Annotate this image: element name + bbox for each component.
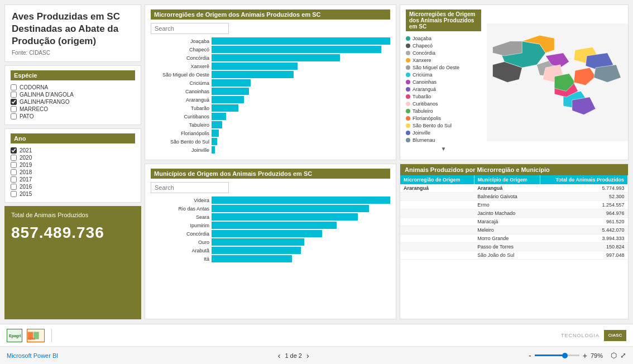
table-row[interactable]: Morro Grande3.994.333 <box>400 234 628 243</box>
bar-row[interactable]: Seara <box>151 213 390 221</box>
share-icon[interactable]: ⬡ <box>611 351 617 360</box>
table-row[interactable]: Meleiro5.442.070 <box>400 226 628 234</box>
checkbox-2019[interactable] <box>11 162 17 168</box>
checkbox-codorna[interactable] <box>11 84 17 90</box>
table-row[interactable]: Passo de Torres150.824 <box>400 243 628 251</box>
checkbox-2018[interactable] <box>11 169 17 175</box>
prev-page-button[interactable]: ‹ <box>278 351 281 360</box>
label-pato: PATO <box>20 113 34 119</box>
next-page-button[interactable]: › <box>306 351 309 360</box>
legend-item[interactable]: Blumenau <box>406 136 481 143</box>
bar-row[interactable]: Canoinhas <box>151 88 390 95</box>
legend-item[interactable]: Concórdia <box>406 49 481 56</box>
bar-row[interactable]: Araranguá <box>151 96 390 103</box>
legend-item[interactable]: São Bento do Sul <box>406 122 481 129</box>
total-number: 857.489.736 <box>11 224 135 242</box>
ciasc-logo: CIASC <box>604 330 626 341</box>
table-row[interactable]: Ermo1.254.557 <box>400 201 628 209</box>
bar-row[interactable]: Joinville <box>151 146 390 154</box>
fullscreen-icon[interactable]: ⤢ <box>620 351 626 360</box>
checkbox-2017[interactable] <box>11 176 17 183</box>
legend-item[interactable]: Tubarão <box>406 93 481 100</box>
bar-row[interactable]: São Bento do Sul <box>151 138 390 145</box>
bar-row[interactable]: Florianópolis <box>151 130 390 137</box>
label-codorna: CODORNA <box>20 84 48 90</box>
legend-item-label: Blumenau <box>413 137 435 143</box>
filter-2020[interactable]: 2020 <box>11 154 135 161</box>
bar-label: Ipumirim <box>151 223 209 228</box>
bar-row[interactable]: Ouro <box>151 238 390 246</box>
legend-item[interactable]: Criciúma <box>406 71 481 78</box>
filter-codorna[interactable]: CODORNA <box>11 84 135 91</box>
bar-row[interactable]: Joaçaba <box>151 37 390 45</box>
legend-item[interactable]: Xanxere <box>406 56 481 64</box>
legend-dropdown-arrow[interactable]: ▼ <box>406 146 481 152</box>
checkbox-galinha-angola[interactable] <box>11 92 17 98</box>
filter-2018[interactable]: 2018 <box>11 169 135 176</box>
legend-item[interactable]: Florianópolis <box>406 114 481 122</box>
table-row[interactable]: AraranguáAraranguá5.774.993 <box>400 184 628 193</box>
zoom-slider[interactable] <box>535 355 579 356</box>
filter-2016[interactable]: 2016 <box>11 183 135 190</box>
checkbox-2020[interactable] <box>11 155 17 161</box>
zoom-plus-button[interactable]: + <box>583 351 587 360</box>
legend-item[interactable]: Joinville <box>406 129 481 136</box>
table-cell-municipality: Morro Grande <box>474 234 540 243</box>
table-wrapper[interactable]: Microrregião de Origem Município de Orig… <box>400 175 628 319</box>
filter-galinha-frango[interactable]: GALINHA/FRANGO <box>11 98 135 106</box>
bar-row[interactable]: Xanxerê <box>151 63 390 70</box>
table-cell-municipality: Passo de Torres <box>474 243 540 251</box>
bar-row[interactable]: Chapecó <box>151 46 390 53</box>
bar-track <box>212 213 390 221</box>
bar-fill <box>212 230 322 237</box>
zoom-minus-button[interactable]: - <box>529 351 531 360</box>
checkbox-pato[interactable] <box>11 113 17 119</box>
checkbox-marreco[interactable] <box>11 106 17 112</box>
legend-item[interactable]: Canoinhas <box>406 78 481 85</box>
filter-marreco[interactable]: MARRECO <box>11 106 135 113</box>
table-row[interactable]: Jacinto Machado964.976 <box>400 209 628 218</box>
filter-2019[interactable]: 2019 <box>11 161 135 169</box>
bar-fill <box>212 37 390 45</box>
bar-row[interactable]: Concórdia <box>151 54 390 61</box>
table-row[interactable]: São João do Sul997.048 <box>400 251 628 260</box>
epagri-logo-icon: Epagri <box>7 329 22 342</box>
filter-2021[interactable]: 2021 <box>11 147 135 154</box>
table-cell-municipality: Maracajá <box>474 218 540 226</box>
legend-item[interactable]: Tabuleiro <box>406 107 481 114</box>
filter-pato[interactable]: PATO <box>11 113 135 120</box>
filter-galinha-angola[interactable]: GALINHA D'ANGOLA <box>11 91 135 98</box>
bar-row[interactable]: Rio das Antas <box>151 205 390 212</box>
bottom-chart-search[interactable] <box>151 182 229 193</box>
bar-fill <box>212 197 390 204</box>
checkbox-2015[interactable] <box>11 191 17 197</box>
legend-item-label: Xanxere <box>413 58 431 63</box>
powerbi-link[interactable]: Microsoft Power BI <box>7 352 58 359</box>
bar-row[interactable]: Arabutã <box>151 247 390 254</box>
bar-row[interactable]: Ipumirim <box>151 222 390 229</box>
bar-row[interactable]: Itá <box>151 255 390 262</box>
checkbox-galinha-frango[interactable] <box>11 99 17 105</box>
table-row[interactable]: Maracajá961.520 <box>400 218 628 226</box>
filter-2017[interactable]: 2017 <box>11 176 135 183</box>
bar-row[interactable]: Tubarão <box>151 104 390 112</box>
bar-row[interactable]: Criciúma <box>151 79 390 87</box>
legend-item[interactable]: Araranguá <box>406 85 481 93</box>
legend-dot <box>406 102 410 106</box>
bar-row[interactable]: Concórdia <box>151 230 390 237</box>
legend-item[interactable]: São Miguel do Oeste <box>406 64 481 71</box>
bar-row[interactable]: Tabuleiro <box>151 121 390 128</box>
bar-row[interactable]: Curitibanos <box>151 113 390 120</box>
top-chart-search[interactable] <box>151 23 229 34</box>
bar-fill <box>212 121 222 128</box>
legend-item[interactable]: Curitibanos <box>406 100 481 107</box>
checkbox-2016[interactable] <box>11 184 17 190</box>
filter-2015[interactable]: 2015 <box>11 190 135 198</box>
legend-item[interactable]: Joaçaba <box>406 35 481 42</box>
bar-track <box>212 121 390 128</box>
table-row[interactable]: Balneário Gaivota52.300 <box>400 193 628 201</box>
bar-row[interactable]: São Miguel do Oeste <box>151 71 390 78</box>
bar-row[interactable]: Videira <box>151 197 390 204</box>
legend-item[interactable]: Chapecó <box>406 42 481 49</box>
checkbox-2021[interactable] <box>11 147 17 154</box>
